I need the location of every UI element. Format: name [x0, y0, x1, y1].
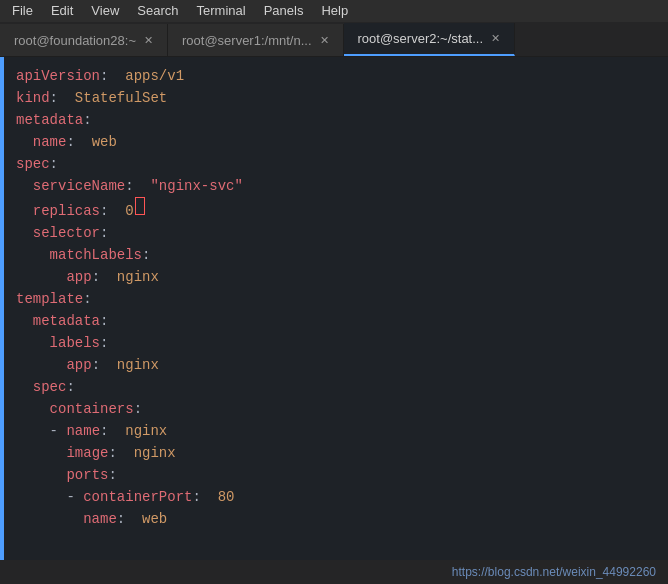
menu-terminal[interactable]: Terminal — [189, 0, 254, 22]
key-apiversion: apiVersion — [16, 65, 100, 87]
code-line-19: ports: — [0, 464, 668, 486]
key-replicas: replicas — [33, 200, 100, 222]
code-line-12: metadata: — [0, 310, 668, 332]
left-accent — [0, 57, 4, 560]
tab-label-server1: root@server1:/mnt/n... — [182, 33, 312, 48]
val-kind: StatefulSet — [66, 87, 167, 109]
code-line-20: - containerPort: 80 — [0, 486, 668, 508]
key-name: name — [33, 131, 67, 153]
code-line-18: image: nginx — [0, 442, 668, 464]
cursor — [135, 197, 145, 215]
key-containers: containers — [50, 398, 134, 420]
val-app2: nginx — [108, 354, 158, 376]
code-line-10: app: nginx — [0, 266, 668, 288]
statusbar: https://blog.csdn.net/weixin_44992260 — [0, 560, 668, 584]
val-name: web — [83, 131, 117, 153]
code-line-17: - name: nginx — [0, 420, 668, 442]
val-app1: nginx — [108, 266, 158, 288]
code-line-2: kind: StatefulSet — [0, 87, 668, 109]
code-line-1: apiVersion: apps/v1 — [0, 65, 668, 87]
key-containerport: containerPort — [83, 486, 192, 508]
menu-view[interactable]: View — [83, 0, 127, 22]
key-servicename: serviceName — [33, 175, 125, 197]
editor: apiVersion: apps/v1 kind: StatefulSet me… — [0, 57, 668, 560]
val-servicename: "nginx-svc" — [142, 175, 243, 197]
key-name2: name — [66, 420, 100, 442]
key-labels: labels — [50, 332, 100, 354]
close-tab-server1[interactable]: ✕ — [320, 34, 329, 47]
menu-search[interactable]: Search — [129, 0, 186, 22]
tab-foundation[interactable]: root@foundation28:~ ✕ — [0, 24, 168, 56]
tab-label-server2: root@server2:~/stat... — [358, 31, 484, 46]
menu-edit[interactable]: Edit — [43, 0, 81, 22]
code-line-6: serviceName: "nginx-svc" — [0, 175, 668, 197]
code-line-9: matchLabels: — [0, 244, 668, 266]
key-app2: app — [66, 354, 91, 376]
tab-server1[interactable]: root@server1:/mnt/n... ✕ — [168, 24, 344, 56]
menubar: File Edit View Search Terminal Panels He… — [0, 0, 668, 22]
key-ports: ports — [66, 464, 108, 486]
code-line-13: labels: — [0, 332, 668, 354]
key-matchlabels: matchLabels — [50, 244, 142, 266]
code-line-3: metadata: — [0, 109, 668, 131]
val-name3: web — [134, 508, 168, 530]
close-tab-server2[interactable]: ✕ — [491, 32, 500, 45]
key-metadata2: metadata — [33, 310, 100, 332]
close-tab-foundation[interactable]: ✕ — [144, 34, 153, 47]
key-spec2: spec — [33, 376, 67, 398]
val-replicas: 0 — [117, 200, 134, 222]
val-containerport: 80 — [209, 486, 234, 508]
code-line-4: name: web — [0, 131, 668, 153]
menu-file[interactable]: File — [4, 0, 41, 22]
code-line-14: app: nginx — [0, 354, 668, 376]
val-image: nginx — [125, 442, 175, 464]
key-kind: kind — [16, 87, 50, 109]
code-line-7: replicas: 0 — [0, 197, 668, 222]
key-metadata: metadata — [16, 109, 83, 131]
code-line-11: template: — [0, 288, 668, 310]
code-line-5: spec: — [0, 153, 668, 175]
key-app1: app — [66, 266, 91, 288]
code-line-15: spec: — [0, 376, 668, 398]
status-url: https://blog.csdn.net/weixin_44992260 — [452, 565, 656, 579]
val-apiversion: apps/v1 — [117, 65, 184, 87]
tab-server2[interactable]: root@server2:~/stat... ✕ — [344, 23, 516, 56]
tab-label-foundation: root@foundation28:~ — [14, 33, 136, 48]
menu-help[interactable]: Help — [313, 0, 356, 22]
val-name2: nginx — [117, 420, 167, 442]
key-template: template — [16, 288, 83, 310]
key-selector: selector — [33, 222, 100, 244]
code-line-8: selector: — [0, 222, 668, 244]
key-spec: spec — [16, 153, 50, 175]
menu-panels[interactable]: Panels — [256, 0, 312, 22]
code-line-16: containers: — [0, 398, 668, 420]
key-image: image — [66, 442, 108, 464]
code-line-21: name: web — [0, 508, 668, 530]
tabbar: root@foundation28:~ ✕ root@server1:/mnt/… — [0, 22, 668, 57]
key-name3: name — [83, 508, 117, 530]
